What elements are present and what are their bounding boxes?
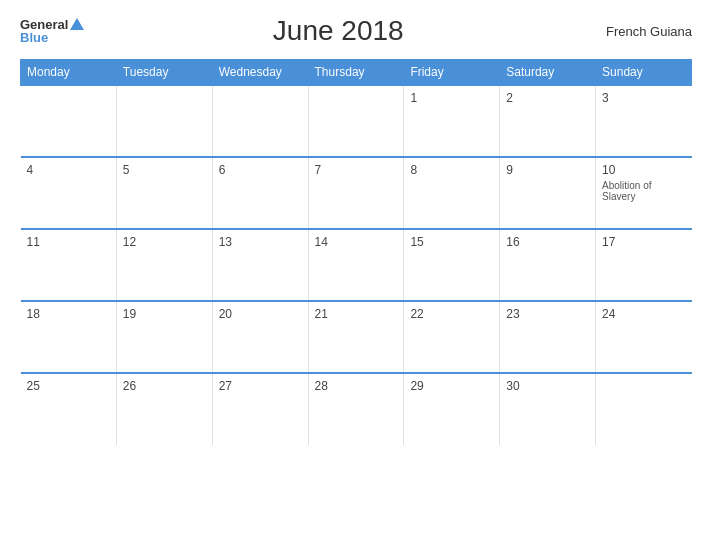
calendar-cell: 15 (404, 229, 500, 301)
day-number: 2 (506, 91, 589, 105)
calendar-header: General Blue June 2018 French Guiana (20, 15, 692, 47)
day-number: 4 (27, 163, 110, 177)
day-number: 5 (123, 163, 206, 177)
calendar-cell: 13 (212, 229, 308, 301)
day-number: 15 (410, 235, 493, 249)
day-number: 25 (27, 379, 110, 393)
calendar-cell (212, 85, 308, 157)
calendar-cell: 4 (21, 157, 117, 229)
day-number: 18 (27, 307, 110, 321)
calendar-cell: 28 (308, 373, 404, 445)
weekday-sunday: Sunday (596, 60, 692, 86)
calendar-cell (116, 85, 212, 157)
weekday-saturday: Saturday (500, 60, 596, 86)
region-label: French Guiana (592, 24, 692, 39)
day-number: 21 (315, 307, 398, 321)
day-number: 28 (315, 379, 398, 393)
calendar-cell (21, 85, 117, 157)
day-number: 27 (219, 379, 302, 393)
day-number: 20 (219, 307, 302, 321)
calendar-cell: 17 (596, 229, 692, 301)
calendar-cell: 7 (308, 157, 404, 229)
logo-triangle-icon (70, 18, 84, 30)
calendar-cell: 12 (116, 229, 212, 301)
calendar-body: 12345678910Abolition of Slavery111213141… (21, 85, 692, 445)
calendar-cell: 23 (500, 301, 596, 373)
calendar-cell: 26 (116, 373, 212, 445)
day-number: 26 (123, 379, 206, 393)
logo-blue: Blue (20, 31, 84, 44)
calendar-cell: 2 (500, 85, 596, 157)
calendar-cell: 3 (596, 85, 692, 157)
month-title: June 2018 (84, 15, 592, 47)
calendar-cell: 21 (308, 301, 404, 373)
day-number: 1 (410, 91, 493, 105)
weekday-thursday: Thursday (308, 60, 404, 86)
day-number: 13 (219, 235, 302, 249)
day-number: 30 (506, 379, 589, 393)
calendar-cell: 9 (500, 157, 596, 229)
day-number: 11 (27, 235, 110, 249)
calendar-table: Monday Tuesday Wednesday Thursday Friday… (20, 59, 692, 445)
calendar-cell: 14 (308, 229, 404, 301)
calendar-cell: 6 (212, 157, 308, 229)
weekday-tuesday: Tuesday (116, 60, 212, 86)
calendar-container: General Blue June 2018 French Guiana Mon… (0, 0, 712, 550)
day-number: 29 (410, 379, 493, 393)
day-number: 10 (602, 163, 685, 177)
calendar-cell: 5 (116, 157, 212, 229)
calendar-cell (596, 373, 692, 445)
event-label: Abolition of Slavery (602, 180, 685, 202)
calendar-cell: 27 (212, 373, 308, 445)
calendar-cell: 25 (21, 373, 117, 445)
calendar-cell: 18 (21, 301, 117, 373)
weekday-wednesday: Wednesday (212, 60, 308, 86)
calendar-cell (308, 85, 404, 157)
day-number: 12 (123, 235, 206, 249)
day-number: 8 (410, 163, 493, 177)
calendar-cell: 20 (212, 301, 308, 373)
day-number: 17 (602, 235, 685, 249)
day-number: 19 (123, 307, 206, 321)
day-number: 16 (506, 235, 589, 249)
calendar-cell: 8 (404, 157, 500, 229)
logo: General Blue (20, 18, 84, 44)
calendar-cell: 1 (404, 85, 500, 157)
calendar-cell: 10Abolition of Slavery (596, 157, 692, 229)
calendar-cell: 29 (404, 373, 500, 445)
day-number: 22 (410, 307, 493, 321)
day-number: 3 (602, 91, 685, 105)
calendar-header-row: Monday Tuesday Wednesday Thursday Friday… (21, 60, 692, 86)
weekday-monday: Monday (21, 60, 117, 86)
calendar-cell: 11 (21, 229, 117, 301)
day-number: 6 (219, 163, 302, 177)
day-number: 23 (506, 307, 589, 321)
calendar-cell: 22 (404, 301, 500, 373)
day-number: 24 (602, 307, 685, 321)
calendar-cell: 16 (500, 229, 596, 301)
day-number: 9 (506, 163, 589, 177)
day-number: 7 (315, 163, 398, 177)
calendar-cell: 30 (500, 373, 596, 445)
calendar-cell: 24 (596, 301, 692, 373)
day-number: 14 (315, 235, 398, 249)
calendar-cell: 19 (116, 301, 212, 373)
logo-text: General Blue (20, 18, 84, 44)
weekday-friday: Friday (404, 60, 500, 86)
